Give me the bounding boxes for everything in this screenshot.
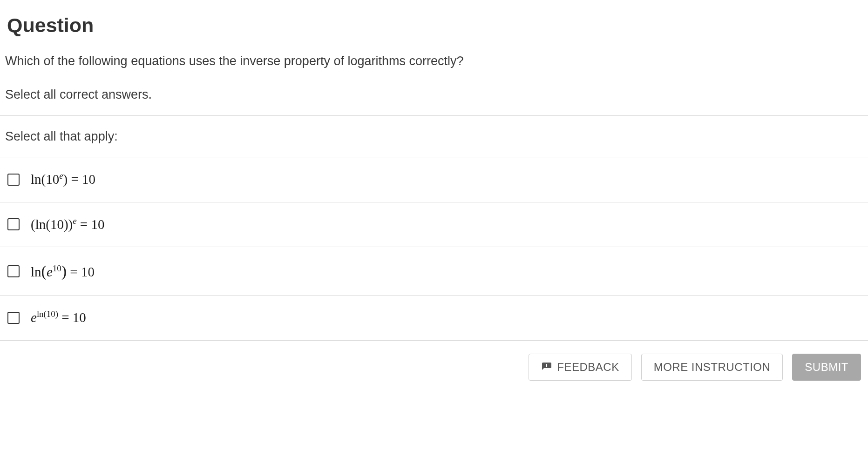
option-equation-a: ln(10e) = 10 bbox=[31, 169, 95, 190]
more-instruction-button[interactable]: MORE INSTRUCTION bbox=[641, 354, 783, 381]
feedback-button-label: FEEDBACK bbox=[557, 361, 619, 374]
option-row-c[interactable]: ln(e10) = 10 bbox=[0, 247, 868, 296]
checkbox-d[interactable] bbox=[7, 312, 20, 324]
option-equation-c: ln(e10) = 10 bbox=[31, 259, 95, 283]
option-row-a[interactable]: ln(10e) = 10 bbox=[0, 157, 868, 202]
feedback-icon bbox=[541, 362, 552, 373]
submit-button-label: SUBMIT bbox=[805, 361, 848, 374]
checkbox-c[interactable] bbox=[7, 265, 20, 277]
option-equation-b: (ln(10))e = 10 bbox=[31, 215, 104, 235]
select-apply-label: Select all that apply: bbox=[0, 115, 868, 158]
question-subprompt: Select all correct answers. bbox=[0, 71, 868, 115]
option-row-d[interactable]: eln(10) = 10 bbox=[0, 296, 868, 341]
option-equation-d: eln(10) = 10 bbox=[31, 308, 86, 328]
checkbox-a[interactable] bbox=[7, 174, 20, 186]
question-page: Question Which of the following equation… bbox=[0, 0, 868, 457]
more-instruction-button-label: MORE INSTRUCTION bbox=[654, 361, 771, 374]
question-prompt: Which of the following equations uses th… bbox=[0, 45, 868, 72]
submit-button[interactable]: SUBMIT bbox=[792, 354, 861, 381]
checkbox-b[interactable] bbox=[7, 218, 20, 230]
option-row-b[interactable]: (ln(10))e = 10 bbox=[0, 202, 868, 248]
feedback-button[interactable]: FEEDBACK bbox=[529, 354, 631, 381]
question-heading: Question bbox=[0, 0, 868, 45]
button-bar: FEEDBACK MORE INSTRUCTION SUBMIT bbox=[0, 341, 868, 381]
